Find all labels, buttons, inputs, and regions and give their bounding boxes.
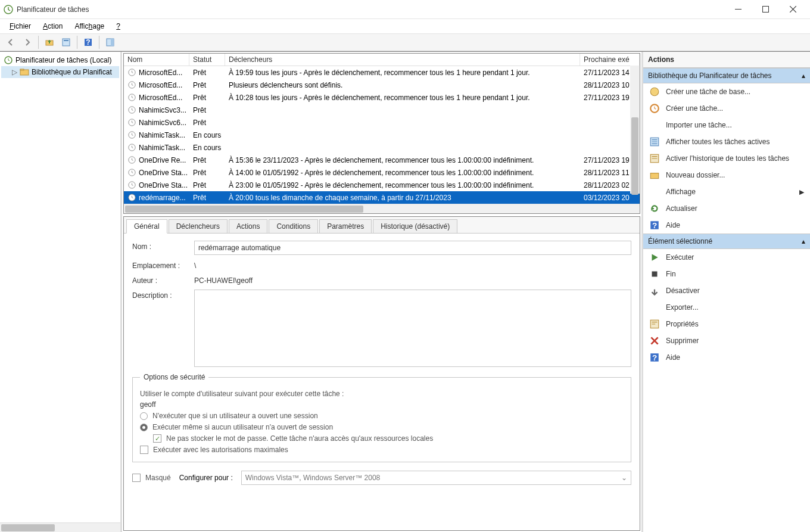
menu-file[interactable]: Fichier xyxy=(5,20,36,32)
stop-icon xyxy=(649,269,660,279)
forward-button[interactable] xyxy=(20,35,35,49)
svg-rect-1 xyxy=(735,9,742,10)
menu-action[interactable]: Action xyxy=(38,20,67,32)
list-icon xyxy=(649,136,660,147)
svg-rect-5 xyxy=(64,40,68,41)
svg-text:?: ? xyxy=(652,353,657,362)
action-properties[interactable]: Propriétés xyxy=(643,316,810,332)
action-help-selected[interactable]: ?Aide xyxy=(643,349,810,366)
minimize-button[interactable] xyxy=(724,1,752,18)
svg-rect-4 xyxy=(63,39,70,46)
back-button[interactable] xyxy=(4,35,18,49)
chevron-down-icon: ⌄ xyxy=(621,474,627,482)
task-row[interactable]: OneDrive Sta...PrêtÀ 23:00 le 01/05/1992… xyxy=(124,179,640,191)
clock-icon xyxy=(127,68,136,77)
selected-section-header: Élément sélectionné ▴ xyxy=(643,234,810,249)
play-icon xyxy=(649,252,660,263)
task-row[interactable]: NahimicSvc6...Prêt xyxy=(124,116,640,129)
column-triggers[interactable]: Déclencheurs xyxy=(225,54,580,66)
field-description[interactable] xyxy=(194,290,631,367)
tree-child-library[interactable]: ▷ Bibliothèque du Planificat xyxy=(1,66,119,78)
task-row[interactable]: NahimicSvc3...Prêt xyxy=(124,104,640,116)
panel-button[interactable] xyxy=(103,35,117,49)
clock-icon xyxy=(127,130,136,139)
action-create-basic-task[interactable]: Créer une tâche de base... xyxy=(643,83,810,100)
action-export[interactable]: Exporter... xyxy=(643,299,810,316)
task-row[interactable]: redémarrage...PrêtÀ 20:00 tous les diman… xyxy=(124,191,640,204)
task-row[interactable]: NahimicTask...En cours xyxy=(124,129,640,141)
tasklist-h-scrollbar[interactable] xyxy=(124,204,640,213)
checkbox-icon xyxy=(132,474,141,482)
svg-text:?: ? xyxy=(86,38,90,46)
check-hidden[interactable]: Masqué xyxy=(132,474,171,482)
window-title: Planificateur de tâches xyxy=(17,5,724,14)
task-row[interactable]: OneDrive Sta...PrêtÀ 14:00 le 01/05/1992… xyxy=(124,166,640,179)
tab-general[interactable]: Général xyxy=(126,219,167,234)
action-import-task[interactable]: Importer une tâche... xyxy=(643,117,810,133)
tab-history[interactable]: Historique (désactivé) xyxy=(373,219,457,233)
task-row[interactable]: NahimicTask...En cours xyxy=(124,141,640,154)
tree-child-label: Bibliothèque du Planificat xyxy=(32,68,112,76)
checkbox-icon xyxy=(140,446,148,454)
tasklist-v-scrollbar[interactable] xyxy=(630,66,640,194)
action-help-library[interactable]: ?Aide xyxy=(643,217,810,234)
column-next-run[interactable]: Prochaine exé xyxy=(580,54,640,66)
action-refresh[interactable]: Actualiser xyxy=(643,200,810,217)
check-dont-store-password[interactable]: ✓ Ne pas stocker le mot de passe. Cette … xyxy=(153,434,624,443)
create-task-icon xyxy=(649,103,660,114)
tab-actions[interactable]: Actions xyxy=(229,219,267,233)
action-enable-history[interactable]: Activer l'historique de toutes les tâche… xyxy=(643,150,810,167)
radio-run-only-logged-on[interactable]: N'exécuter que si un utilisateur a ouver… xyxy=(140,412,624,420)
properties-button[interactable] xyxy=(59,35,73,49)
task-row[interactable]: MicrosoftEd...PrêtÀ 19:59 tous les jours… xyxy=(124,66,640,79)
field-task-name[interactable]: redémarrage automatique xyxy=(194,241,631,255)
clock-icon xyxy=(4,55,13,65)
action-run[interactable]: Exécuter xyxy=(643,249,810,266)
menu-help[interactable]: ? xyxy=(111,20,125,32)
select-configure-for[interactable]: Windows Vista™, Windows Server™ 2008 ⌄ xyxy=(241,471,631,485)
up-folder-button[interactable] xyxy=(42,35,57,49)
task-row[interactable]: OneDrive Re...PrêtÀ 15:36 le 23/11/2023 … xyxy=(124,154,640,166)
tree-root[interactable]: Planificateur de tâches (Local) xyxy=(1,54,119,66)
svg-rect-12 xyxy=(20,69,24,70)
action-delete[interactable]: Supprimer xyxy=(643,332,810,349)
toolbar: ? xyxy=(0,33,810,51)
tab-params[interactable]: Paramètres xyxy=(319,219,372,233)
checkbox-icon: ✓ xyxy=(153,434,161,443)
app-icon xyxy=(4,5,13,14)
svg-rect-28 xyxy=(650,173,659,179)
action-create-task[interactable]: Créer une tâche... xyxy=(643,100,810,117)
task-row[interactable]: MicrosoftEd...PrêtPlusieurs déclencheurs… xyxy=(124,79,640,91)
expand-icon[interactable]: ▷ xyxy=(12,68,17,76)
account-name: geoff xyxy=(140,400,624,409)
action-end[interactable]: Fin xyxy=(643,266,810,282)
menu-view[interactable]: Affichage xyxy=(70,20,109,32)
chevron-right-icon: ▶ xyxy=(799,188,804,196)
tab-conditions[interactable]: Conditions xyxy=(269,219,318,233)
view-icon xyxy=(649,186,660,197)
action-show-all-tasks[interactable]: Afficher toutes les tâches actives xyxy=(643,133,810,150)
column-name[interactable]: Nom xyxy=(124,54,189,66)
clock-icon xyxy=(127,105,136,114)
collapse-icon[interactable]: ▴ xyxy=(802,237,805,245)
folder-icon xyxy=(649,170,660,181)
clock-icon xyxy=(127,155,136,164)
help-button[interactable]: ? xyxy=(81,35,95,49)
tab-triggers[interactable]: Déclencheurs xyxy=(169,219,228,233)
check-highest-privileges[interactable]: Exécuter avec les autorisations maximale… xyxy=(140,446,624,454)
radio-run-whether-logged-on[interactable]: Exécuter même si aucun utilisateur n'a o… xyxy=(140,423,624,431)
security-options-group: Options de sécurité Utiliser le compte d… xyxy=(132,373,631,462)
folder-icon xyxy=(20,67,29,77)
tree-h-scrollbar[interactable] xyxy=(0,522,120,532)
maximize-button[interactable] xyxy=(752,1,779,18)
help-icon: ? xyxy=(649,352,660,363)
action-view[interactable]: Affichage▶ xyxy=(643,183,810,200)
column-status[interactable]: Statut xyxy=(189,54,225,66)
close-button[interactable] xyxy=(779,1,806,18)
collapse-icon[interactable]: ▴ xyxy=(802,71,805,80)
action-disable[interactable]: Désactiver xyxy=(643,282,810,299)
task-row[interactable]: MicrosoftEd...PrêtÀ 10:28 tous les jours… xyxy=(124,91,640,104)
action-new-folder[interactable]: Nouveau dossier... xyxy=(643,167,810,183)
export-icon xyxy=(649,302,660,313)
svg-point-24 xyxy=(650,88,659,96)
